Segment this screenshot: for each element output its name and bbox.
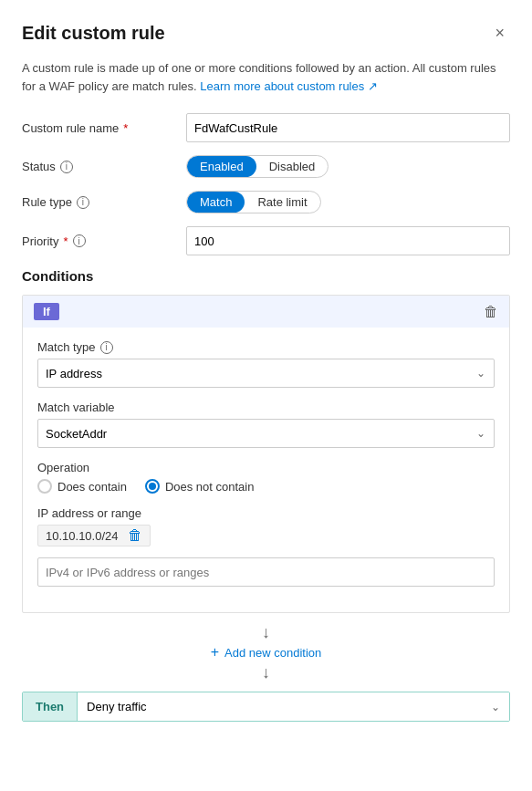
status-info-icon: i [60, 161, 73, 173]
then-arrow-icon: ↓ [262, 664, 270, 681]
condition-block: If 🗑 Match type i IP address Geo locatio… [22, 295, 510, 613]
ip-address-label: IP address or range [37, 506, 495, 520]
does-not-contain-option[interactable]: Does not contain [145, 479, 255, 494]
match-type-select-wrapper: IP address Geo location Request header R… [37, 359, 495, 388]
ip-tag-row: 10.10.10.0/24 🗑 [37, 525, 495, 552]
close-button[interactable]: × [489, 22, 510, 45]
if-badge: If [34, 303, 59, 320]
status-row: Status i Enabled Disabled [22, 155, 510, 178]
rule-type-match-button[interactable]: Match [187, 192, 245, 213]
learn-more-link[interactable]: Learn more about custom rules ↗ [200, 79, 378, 93]
ip-tag: 10.10.10.0/24 🗑 [37, 525, 151, 546]
then-row: Then Deny traffic Allow Log Redirect ⌄ [22, 692, 510, 722]
does-contain-option[interactable]: Does contain [37, 479, 127, 494]
conditions-section-title: Conditions [22, 268, 510, 284]
priority-info-icon: i [73, 234, 86, 247]
ip-address-group: IP address or range 10.10.10.0/24 🗑 [37, 506, 495, 587]
match-variable-select[interactable]: SocketAddr RemoteAddr [37, 419, 495, 448]
add-condition-row: ↓ + Add new condition ↓ [22, 624, 510, 681]
match-variable-label: Match variable [37, 401, 495, 414]
match-variable-select-wrapper: SocketAddr RemoteAddr ⌄ [37, 419, 495, 448]
ip-tag-delete-icon[interactable]: 🗑 [128, 527, 142, 544]
panel-header: Edit custom rule × [22, 22, 510, 45]
priority-row: Priority * i [22, 226, 510, 255]
priority-label: Priority * i [22, 234, 186, 248]
match-type-info-icon: i [100, 341, 113, 354]
does-contain-radio[interactable] [37, 479, 52, 494]
add-condition-button[interactable]: + Add new condition [211, 640, 322, 664]
priority-required-asterisk: * [63, 234, 68, 248]
add-condition-plus-icon: + [211, 644, 219, 661]
operation-group: Operation Does contain Does not contain [37, 461, 495, 494]
edit-custom-rule-panel: Edit custom rule × A custom rule is made… [0, 0, 532, 744]
custom-rule-name-input[interactable] [186, 113, 510, 142]
custom-rule-name-label: Custom rule name * [22, 121, 186, 135]
required-asterisk: * [123, 121, 128, 135]
delete-condition-icon[interactable]: 🗑 [484, 304, 498, 320]
panel-title: Edit custom rule [22, 23, 165, 44]
status-toggle-group: Enabled Disabled [186, 155, 329, 178]
rule-type-rate-limit-button[interactable]: Rate limit [245, 192, 319, 213]
then-select-wrapper: Deny traffic Allow Log Redirect ⌄ [78, 692, 509, 721]
ip-address-input[interactable] [37, 557, 495, 587]
does-not-contain-radio[interactable] [145, 479, 160, 494]
status-disabled-button[interactable]: Disabled [256, 156, 329, 177]
external-link-icon: ↗ [368, 79, 378, 93]
custom-rule-name-row: Custom rule name * [22, 113, 510, 142]
rule-type-label: Rule type i [22, 195, 186, 209]
match-type-group: Match type i IP address Geo location Req… [37, 340, 495, 388]
condition-body: Match type i IP address Geo location Req… [23, 328, 509, 612]
add-condition-arrow-icon: ↓ [262, 624, 270, 640]
operation-label: Operation [37, 461, 495, 474]
match-variable-group: Match variable SocketAddr RemoteAddr ⌄ [37, 401, 495, 448]
description-text: A custom rule is made up of one or more … [22, 59, 510, 95]
status-enabled-button[interactable]: Enabled [187, 156, 256, 177]
status-label: Status i [22, 160, 186, 173]
then-action-select[interactable]: Deny traffic Allow Log Redirect [78, 692, 509, 721]
rule-type-row: Rule type i Match Rate limit [22, 191, 510, 213]
then-badge: Then [23, 692, 78, 721]
condition-header: If 🗑 [23, 296, 509, 328]
rule-type-info-icon: i [77, 196, 89, 209]
operation-radio-group: Does contain Does not contain [37, 479, 495, 494]
match-type-select[interactable]: IP address Geo location Request header R… [37, 359, 495, 388]
rule-type-toggle-group: Match Rate limit [186, 191, 321, 213]
match-type-label: Match type i [37, 340, 495, 354]
priority-input[interactable] [186, 226, 510, 255]
